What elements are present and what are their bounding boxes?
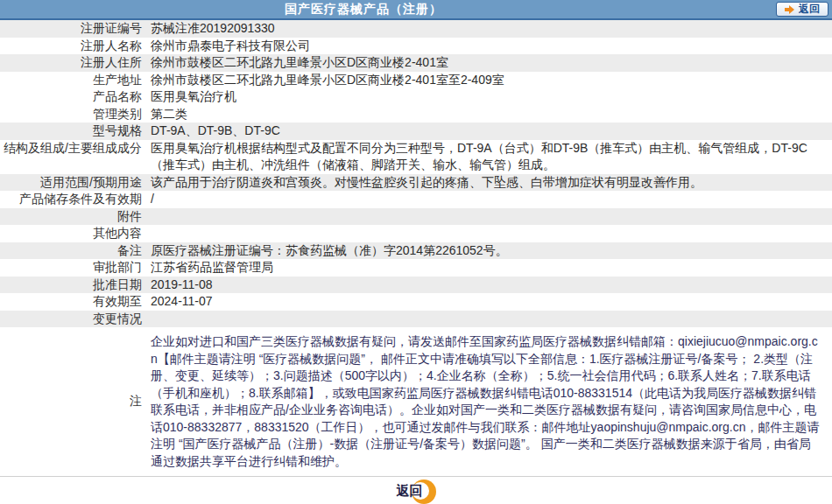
footer: 返回 <box>0 476 832 504</box>
note-text: 企业如对进口和国产三类医疗器械数据有疑问，请发送邮件至国家药监局医疗器械数据纠错… <box>142 327 832 476</box>
back-button-bottom[interactable]: 返回 <box>397 480 436 504</box>
arrow-right-icon <box>785 5 794 14</box>
row-label: 有效期至 <box>0 293 142 311</box>
row-value: 2024-11-07 <box>142 293 832 311</box>
row-label: 注册人名称 <box>0 38 142 55</box>
table-row: 批准日期2019-11-08 <box>0 276 832 294</box>
row-value: 江苏省药品监督管理局 <box>142 259 832 276</box>
table-row: 结构及组成/主要组成成分医用臭氧治疗机根据结构型式及配置不同分为三种型号，DT-… <box>0 140 832 174</box>
row-value: 徐州市鼎泰电子科技有限公司 <box>142 38 832 55</box>
note-row: 注 企业如对进口和国产三类医疗器械数据有疑问，请发送邮件至国家药监局医疗器械数据… <box>0 327 832 476</box>
row-label: 管理类别 <box>0 106 142 123</box>
row-label: 型号规格 <box>0 122 142 140</box>
table-row: 注册证编号苏械注准20192091330 <box>0 20 832 38</box>
row-value: / <box>142 191 832 208</box>
table-row: 备注原医疗器械注册证编号：苏食药监械（准）字2014第2261052号。 <box>0 242 832 260</box>
back-button-top-label: 返回 <box>799 2 820 17</box>
header: 国产医疗器械产品（注册） 返回 <box>0 0 832 20</box>
table-row: 生产地址徐州市鼓楼区二环北路九里峰景小区D区商业楼2-401室至2-409室 <box>0 72 832 89</box>
row-label: 产品名称 <box>0 88 142 106</box>
table-row: 适用范围/预期用途该产品用于治疗阴道炎和宫颈炎。对慢性盆腔炎引起的疼痛、下坠感、… <box>0 174 832 192</box>
row-value: 医用臭氧治疗机 <box>142 88 832 106</box>
row-value: 2019-11-08 <box>142 276 832 294</box>
table-row: 其他内容 <box>0 225 832 242</box>
table-row: 产品储存条件及有效期/ <box>0 191 832 208</box>
table-row: 管理类别第二类 <box>0 106 832 123</box>
row-value <box>142 225 832 242</box>
row-value: 该产品用于治疗阴道炎和宫颈炎。对慢性盆腔炎引起的疼痛、下坠感、白带增加症状有明显… <box>142 174 832 192</box>
page-title: 国产医疗器械产品（注册） <box>0 2 832 18</box>
row-label: 备注 <box>0 242 142 260</box>
row-value: 第二类 <box>142 106 832 123</box>
table-row: 有效期至2024-11-07 <box>0 293 832 311</box>
row-label: 变更情况 <box>0 311 142 328</box>
row-value: 原医疗器械注册证编号：苏食药监械（准）字2014第2261052号。 <box>142 242 832 260</box>
table-row: 注册人住所徐州市鼓楼区二环北路九里峰景小区D区商业楼2-401室 <box>0 54 832 72</box>
row-label: 生产地址 <box>0 72 142 89</box>
row-label: 结构及组成/主要组成成分 <box>0 140 142 174</box>
row-label: 注册人住所 <box>0 54 142 72</box>
row-label: 审批部门 <box>0 259 142 276</box>
row-label: 批准日期 <box>0 276 142 294</box>
row-value: 苏械注准20192091330 <box>142 20 832 38</box>
row-value: 医用臭氧治疗机根据结构型式及配置不同分为三种型号，DT-9A（台式）和DT-9B… <box>142 140 832 174</box>
row-value: 徐州市鼓楼区二环北路九里峰景小区D区商业楼2-401室至2-409室 <box>142 72 832 89</box>
row-label: 其他内容 <box>0 225 142 242</box>
row-label: 适用范围/预期用途 <box>0 174 142 192</box>
table-row: 产品名称医用臭氧治疗机 <box>0 88 832 106</box>
back-button-bottom-label: 返回 <box>397 483 423 500</box>
row-label: 产品储存条件及有效期 <box>0 191 142 208</box>
table-row: 注册人名称徐州市鼎泰电子科技有限公司 <box>0 38 832 55</box>
row-label: 附件 <box>0 208 142 226</box>
table-row: 审批部门江苏省药品监督管理局 <box>0 259 832 276</box>
row-value <box>142 311 832 328</box>
row-label: 注册证编号 <box>0 20 142 38</box>
row-value: DT-9A、DT-9B、DT-9C <box>142 122 832 140</box>
note-label: 注 <box>0 394 142 410</box>
row-value <box>142 208 832 226</box>
detail-table: 注册证编号苏械注准20192091330注册人名称徐州市鼎泰电子科技有限公司注册… <box>0 20 832 327</box>
table-row: 型号规格DT-9A、DT-9B、DT-9C <box>0 122 832 140</box>
table-row: 变更情况 <box>0 311 832 328</box>
table-row: 附件 <box>0 208 832 226</box>
back-button-top[interactable]: 返回 <box>776 2 828 17</box>
row-value: 徐州市鼓楼区二环北路九里峰景小区D区商业楼2-401室 <box>142 54 832 72</box>
